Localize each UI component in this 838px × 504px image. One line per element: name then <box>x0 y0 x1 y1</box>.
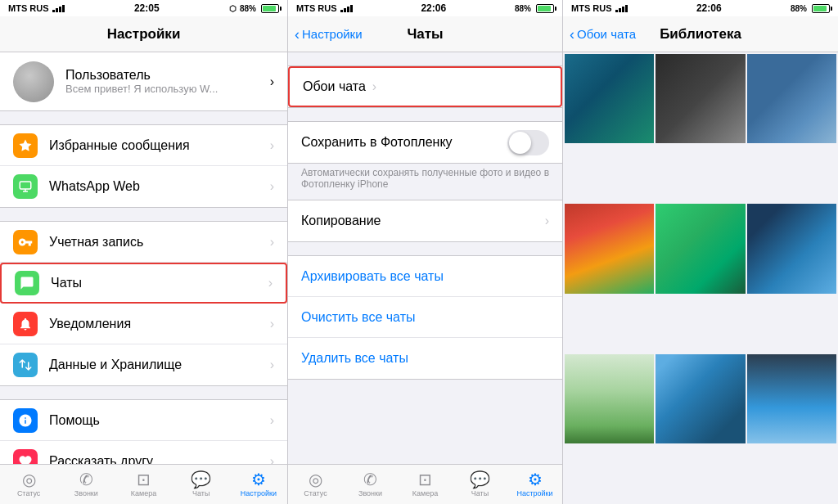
starred-label: Избранные сообщения <box>49 138 264 153</box>
battery-icon-right <box>812 4 830 13</box>
nav-bar-chats: ‹ Настройки Чаты <box>288 16 562 52</box>
time-mid: 22:06 <box>421 2 446 14</box>
chevron-copy: › <box>545 214 549 228</box>
status-right-mid: 88% <box>515 4 554 13</box>
copy-section: Копирование › <box>288 200 562 242</box>
settings-item-chats[interactable]: Чаты › <box>0 263 287 304</box>
tab-settings-left[interactable]: ⚙ Настройки <box>230 465 287 504</box>
chats-icon-left: 💬 <box>191 471 211 488</box>
clear-action[interactable]: Очистить все чаты <box>288 297 562 338</box>
section-account: Учетная запись › Чаты › Уведомления <box>0 221 287 386</box>
back-button-library[interactable]: ‹ Обои чата <box>570 27 636 42</box>
star-icon <box>13 133 38 158</box>
delete-action[interactable]: Удалить все чаты <box>288 338 562 379</box>
status-icon-left: ◎ <box>22 471 36 488</box>
chevron-web: › <box>270 179 274 194</box>
library-panel: MTS RUS 22:06 88% ‹ Обои чата Библиотека <box>563 0 838 504</box>
archive-label: Архивировать все чаты <box>301 269 444 284</box>
status-bar-mid: MTS RUS 22:06 88% <box>288 0 562 16</box>
battery-percent-mid: 88% <box>515 4 531 13</box>
tab-calls-left[interactable]: ✆ Звонки <box>57 465 115 504</box>
delete-label: Удалить все чаты <box>301 351 408 366</box>
battery-icon-left <box>261 4 279 13</box>
signal-icon-right <box>615 4 628 12</box>
profile-item[interactable]: Пользователь Всем привет! Я использую W.… <box>0 52 287 111</box>
library-grid <box>563 52 838 504</box>
settings-icon-mid: ⚙ <box>528 471 543 488</box>
back-label-library: Обои чата <box>577 27 636 41</box>
save-photo-toggle[interactable] <box>507 130 549 155</box>
wallpaper-thumb-5[interactable] <box>656 204 745 293</box>
chevron-wallpaper: › <box>372 79 376 94</box>
status-bar-right: MTS RUS 22:06 88% <box>563 0 838 16</box>
nav-bar-settings: Настройки <box>0 16 287 52</box>
info-icon <box>13 408 38 433</box>
carrier-name-mid: MTS RUS <box>296 3 337 13</box>
tab-chats-left[interactable]: 💬 Чаты <box>173 465 230 504</box>
signal-icon-mid <box>340 4 353 12</box>
wallpaper-thumb-9[interactable] <box>747 354 836 443</box>
status-bar-left: MTS RUS 22:05 ⬡ 88% <box>0 0 287 16</box>
tab-calls-mid[interactable]: ✆ Звонки <box>343 465 398 504</box>
tab-status-mid[interactable]: ◎ Статус <box>288 465 343 504</box>
carrier-name-right: MTS RUS <box>571 3 612 13</box>
wallpaper-thumb-3[interactable] <box>747 54 836 143</box>
calls-icon-mid: ✆ <box>363 471 377 488</box>
wallpaper-section: Обои чата › <box>288 65 562 108</box>
settings-item-account[interactable]: Учетная запись › <box>0 222 287 263</box>
wallpaper-thumb-6[interactable] <box>747 204 836 293</box>
copy-item[interactable]: Копирование › <box>288 200 562 241</box>
settings-item-whatsapp-web[interactable]: WhatsApp Web › <box>0 166 287 207</box>
clear-label: Очистить все чаты <box>301 310 415 325</box>
settings-item-notifications[interactable]: Уведомления › <box>0 304 287 344</box>
chevron-help: › <box>270 413 274 428</box>
chats-icon-mid: 💬 <box>470 471 490 488</box>
tab-camera-left[interactable]: ⊡ Камера <box>115 465 172 504</box>
tab-bar-left: ◎ Статус ✆ Звонки ⊡ Камера 💬 Чаты ⚙ Наст… <box>0 464 287 504</box>
wallpaper-thumb-8[interactable] <box>656 354 745 443</box>
tab-status-left[interactable]: ◎ Статус <box>0 465 57 504</box>
whatsapp-web-label: WhatsApp Web <box>49 179 264 194</box>
archive-action[interactable]: Архивировать все чаты <box>288 256 562 297</box>
signal-icon-left <box>52 4 65 12</box>
nav-title-chats: Чаты <box>407 26 443 43</box>
tab-chats-mid[interactable]: 💬 Чаты <box>453 465 507 504</box>
data-label: Данные и Хранилище <box>49 358 264 372</box>
calls-icon-left: ✆ <box>79 471 93 488</box>
back-label-chats: Настройки <box>302 27 363 41</box>
status-right-left: ⬡ 88% <box>229 4 279 13</box>
carrier-name-left: MTS RUS <box>8 3 49 13</box>
wallpaper-thumb-7[interactable] <box>565 354 654 443</box>
tab-settings-mid[interactable]: ⚙ Настройки <box>507 465 562 504</box>
chat-icon <box>15 271 39 295</box>
whatsapp-web-icon <box>13 174 38 199</box>
status-carrier-right: MTS RUS <box>571 3 628 13</box>
profile-text: Пользователь Всем привет! Я использую W.… <box>65 68 270 95</box>
wallpaper-item[interactable]: Обои чата › <box>288 66 562 107</box>
profile-name: Пользователь <box>65 68 270 83</box>
battery-icon-mid <box>536 4 554 13</box>
account-label: Учетная запись <box>49 235 264 250</box>
wallpaper-thumb-4[interactable] <box>565 204 654 293</box>
chats-label: Чаты <box>51 276 262 290</box>
notifications-label: Уведомления <box>49 317 264 331</box>
chevron-chats: › <box>268 276 273 290</box>
actions-section: Архивировать все чаты Очистить все чаты … <box>288 255 562 380</box>
settings-item-help[interactable]: Помощь › <box>0 400 287 441</box>
back-button-chats[interactable]: ‹ Настройки <box>295 27 363 42</box>
chevron-account: › <box>270 235 274 250</box>
time-left: 22:05 <box>134 2 160 14</box>
camera-icon-mid: ⊡ <box>418 471 432 488</box>
back-chevron-chats: ‹ <box>295 27 300 42</box>
settings-item-data[interactable]: Данные и Хранилище › <box>0 344 287 385</box>
wallpaper-thumb-2[interactable] <box>656 54 745 143</box>
nav-title-library: Библиотека <box>660 26 741 43</box>
status-carrier-left: MTS RUS <box>8 3 65 13</box>
settings-panel: MTS RUS 22:05 ⬡ 88% Настройки <box>0 0 288 504</box>
save-photo-label: Сохранить в Фотопленку <box>301 135 507 150</box>
settings-item-starred[interactable]: Избранные сообщения › <box>0 125 287 166</box>
back-chevron-library: ‹ <box>570 27 574 42</box>
save-photos-section: Сохранить в Фотопленку <box>288 121 562 164</box>
wallpaper-thumb-1[interactable] <box>565 54 654 143</box>
tab-camera-mid[interactable]: ⊡ Камера <box>398 465 453 504</box>
